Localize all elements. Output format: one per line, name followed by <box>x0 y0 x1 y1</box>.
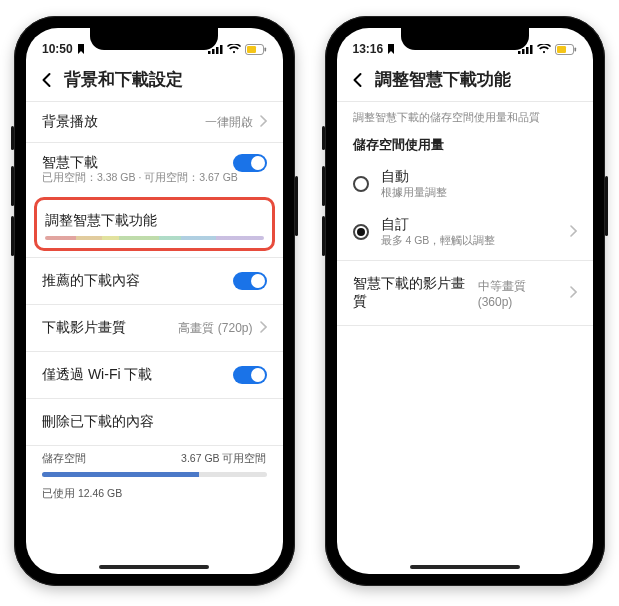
notch <box>401 28 529 50</box>
side-button <box>322 126 325 150</box>
row-delete-downloads[interactable]: 刪除已下載的內容 <box>26 399 283 445</box>
svg-rect-3 <box>220 45 223 54</box>
row-value: 中等畫質 (360p) <box>478 278 563 309</box>
side-button <box>11 166 14 206</box>
row-value: 高畫質 (720p) <box>178 320 252 337</box>
row-label: 背景播放 <box>42 113 98 131</box>
section-title-storage: 儲存空間使用量 <box>337 127 594 160</box>
row-label: 推薦的下載內容 <box>42 272 140 290</box>
toggle-switch[interactable] <box>233 272 267 290</box>
storage-right-label: 3.67 GB 可用空間 <box>181 452 266 466</box>
svg-rect-10 <box>530 45 533 54</box>
row-recommended[interactable]: 推薦的下載內容 <box>26 258 283 304</box>
option-auto[interactable]: 自動 根據用量調整 <box>337 160 594 208</box>
option-title: 自訂 <box>381 216 558 234</box>
row-label: 刪除已下載的內容 <box>42 413 154 431</box>
row-smart-download[interactable]: 智慧下載 <box>26 143 283 176</box>
status-time: 10:50 <box>42 42 73 56</box>
svg-rect-5 <box>247 46 256 53</box>
divider <box>337 325 594 326</box>
back-icon[interactable] <box>349 71 367 89</box>
toggle-switch[interactable] <box>233 366 267 384</box>
svg-rect-8 <box>522 49 525 54</box>
highlight-underline <box>45 236 264 240</box>
chevron-right-icon <box>259 115 267 130</box>
svg-rect-9 <box>526 47 529 54</box>
row-label: 下載影片畫質 <box>42 319 126 337</box>
side-button <box>11 216 14 256</box>
chevron-right-icon <box>569 223 577 241</box>
storage-left-label: 儲存空間 <box>42 452 86 466</box>
side-button <box>605 176 608 236</box>
option-title: 自動 <box>381 168 447 186</box>
page-title: 調整智慧下載功能 <box>375 68 511 91</box>
row-label: 智慧下載 <box>42 154 98 172</box>
svg-rect-12 <box>557 46 566 53</box>
row-label: 僅透過 Wi-Fi 下載 <box>42 366 152 384</box>
svg-rect-6 <box>264 47 266 51</box>
battery-icon <box>245 44 267 55</box>
page-title: 背景和下載設定 <box>64 68 183 91</box>
row-adjust-smart-download[interactable]: 調整智慧下載功能 <box>34 197 275 251</box>
side-button <box>11 126 14 150</box>
home-indicator[interactable] <box>99 565 209 569</box>
storage-bar <box>42 472 267 477</box>
row-wifi-only[interactable]: 僅透過 Wi-Fi 下載 <box>26 352 283 398</box>
notch <box>90 28 218 50</box>
status-time: 13:16 <box>353 42 384 56</box>
row-label: 智慧下載的影片畫質 <box>353 275 478 311</box>
bookmark-icon <box>387 44 395 54</box>
radio-icon[interactable] <box>353 176 369 192</box>
storage-used-label: 已使用 12.46 GB <box>42 487 122 501</box>
option-custom[interactable]: 自訂 最多 4 GB，輕觸以調整 <box>337 208 594 256</box>
svg-rect-13 <box>575 47 577 51</box>
phone-right: 13:16 調整智慧下載功能 <box>325 16 606 586</box>
chevron-right-icon <box>569 286 577 301</box>
side-button <box>295 176 298 236</box>
row-download-quality[interactable]: 下載影片畫質 高畫質 (720p) <box>26 305 283 351</box>
home-indicator[interactable] <box>410 565 520 569</box>
svg-rect-1 <box>212 49 215 54</box>
svg-rect-2 <box>216 47 219 54</box>
side-button <box>322 166 325 206</box>
page-header: 背景和下載設定 <box>26 62 283 102</box>
wifi-icon <box>227 44 241 54</box>
storage-used: 已使用 12.46 GB <box>26 481 283 503</box>
option-subtext: 根據用量調整 <box>381 186 447 200</box>
storage-summary: 儲存空間 3.67 GB 可用空間 <box>26 446 283 468</box>
page-description: 調整智慧下載的儲存空間使用量和品質 <box>337 102 594 127</box>
page-header: 調整智慧下載功能 <box>337 62 594 102</box>
row-smart-quality[interactable]: 智慧下載的影片畫質 中等畫質 (360p) <box>337 261 594 325</box>
bookmark-icon <box>77 44 85 54</box>
svg-rect-7 <box>518 51 521 54</box>
side-button <box>322 216 325 256</box>
phone-left: 10:50 背景和下載設定 <box>14 16 295 586</box>
row-label: 調整智慧下載功能 <box>45 212 264 230</box>
radio-icon[interactable] <box>353 224 369 240</box>
back-icon[interactable] <box>38 71 56 89</box>
row-value: 一律開啟 <box>205 114 253 131</box>
option-subtext: 最多 4 GB，輕觸以調整 <box>381 234 558 248</box>
battery-icon <box>555 44 577 55</box>
row-bg-play[interactable]: 背景播放 一律開啟 <box>26 102 283 142</box>
chevron-right-icon <box>259 321 267 336</box>
wifi-icon <box>537 44 551 54</box>
toggle-switch[interactable] <box>233 154 267 172</box>
svg-rect-0 <box>208 51 211 54</box>
